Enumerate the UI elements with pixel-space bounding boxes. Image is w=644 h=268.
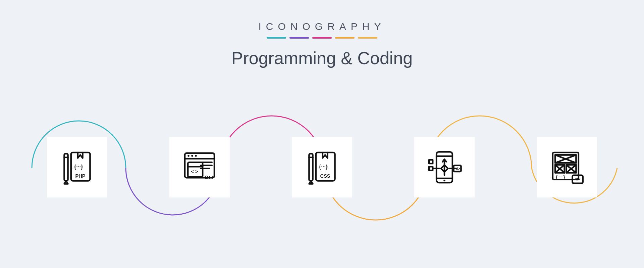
- header: ICONOGRAPHY Programming & Coding: [0, 0, 644, 68]
- svg-text:{···}: {···}: [74, 164, 83, 170]
- wireframe-code-icon: { ··· } </>: [537, 137, 597, 197]
- svg-point-6: [191, 155, 193, 157]
- accent-1: [267, 37, 286, 39]
- svg-text:{ ··· }: { ··· }: [556, 174, 565, 179]
- php-file-icon: {···} PHP: [47, 137, 107, 197]
- svg-text:PHP: PHP: [75, 173, 86, 179]
- accent-3: [312, 37, 332, 39]
- page-title: Programming & Coding: [0, 48, 644, 68]
- mobile-flow-icon: </>: [414, 137, 475, 197]
- svg-point-5: [187, 155, 190, 157]
- svg-text:</>: </>: [574, 177, 581, 182]
- svg-rect-18: [429, 167, 433, 170]
- cpp-browser-icon: < > C++: [169, 137, 230, 197]
- svg-text:{···}: {···}: [319, 164, 328, 170]
- css-file-icon: {···} CSS: [292, 137, 352, 197]
- svg-text:C++: C++: [205, 175, 214, 180]
- brand-label: ICONOGRAPHY: [0, 21, 644, 32]
- svg-text:</>: </>: [455, 167, 460, 171]
- accent-underline: [0, 37, 644, 39]
- icon-card-row: {···} PHP < > C++: [0, 137, 644, 197]
- accent-2: [289, 37, 309, 39]
- accent-5: [358, 37, 377, 39]
- accent-4: [335, 37, 355, 39]
- icon-stage: {···} PHP < > C++: [0, 101, 644, 249]
- svg-rect-21: [429, 160, 433, 164]
- svg-point-7: [195, 155, 197, 157]
- svg-text:CSS: CSS: [320, 173, 330, 179]
- svg-text:< >: < >: [191, 169, 198, 174]
- svg-point-16: [443, 180, 445, 182]
